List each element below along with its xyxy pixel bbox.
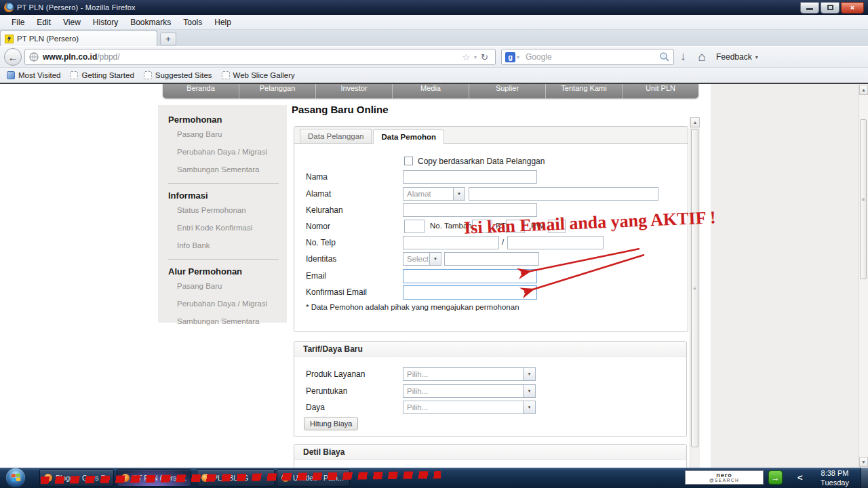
copy-checkbox[interactable] [404,157,413,165]
panel-scrollbar[interactable]: ▲ ≡ [690,117,700,468]
sidebar-item-status-permohonan[interactable]: Status Permohonan [177,206,287,214]
reload-icon[interactable]: ↻ [478,52,491,62]
telp-input-1[interactable] [403,236,499,249]
menu-bookmarks[interactable]: Bookmarks [124,16,177,28]
tray-chevron-icon[interactable]: < [797,472,803,483]
browser-scrollbar[interactable]: ▲ ≡ ▼ [859,84,868,468]
bookmark-suggested-sites[interactable]: Suggested Sites [141,70,218,81]
panel-scrollbar-thumb[interactable]: ≡ [691,129,698,447]
tab-data-pemohon[interactable]: Data Pemohon [373,129,444,144]
restore-icon [827,5,833,10]
window-titlebar[interactable]: PT PLN (Persero) - Mozilla Firefox × [0,0,868,15]
home-icon[interactable]: ⌂ [692,49,712,64]
chevron-down-icon: ▾ [523,368,535,380]
downloads-icon[interactable]: ↓ [674,50,692,64]
sidebar-item-perubahan-daya[interactable]: Perubahan Daya / Migrasi [177,148,287,156]
show-desktop-button[interactable] [861,468,868,488]
produk-layanan-select[interactable]: Pilih... ▾ [403,367,536,381]
sidebar-item-alur-sambungan[interactable]: Sambungan Sementara [177,317,287,325]
nav-suplier[interactable]: Suplier [469,84,545,98]
hitung-biaya-button[interactable]: Hitung Biaya [304,417,358,430]
menu-edit[interactable]: Edit [31,16,57,28]
minimize-button[interactable] [800,2,819,14]
sidebar-item-entri-kode[interactable]: Entri Kode Konfirmasi [177,224,287,232]
sidebar-item-alur-pasang-baru[interactable]: Pasang Baru [177,282,287,290]
form-note: * Data Pemohon adalah pihak yang mengaju… [306,303,519,311]
alamat-label: Alamat [306,189,331,199]
browser-tab-pln[interactable]: PT PLN (Persero) [0,30,157,46]
menu-file[interactable]: File [5,16,31,28]
nero-search-input[interactable]: nero @SEARCH [685,470,764,485]
url-path: /pbpd/ [97,52,119,62]
close-button[interactable]: × [841,2,864,14]
search-engine-caret-icon[interactable]: ▾ [515,54,521,60]
nomor-label: Nomor [306,222,330,231]
nav-tentang-kami[interactable]: Tentang Kami [545,84,622,98]
menu-history[interactable]: History [87,16,124,28]
sidebar-item-pasang-baru[interactable]: Pasang Baru [177,130,287,138]
start-button[interactable] [6,468,25,487]
copy-checkbox-label: Copy berdasarkan Data Pelanggan [418,157,545,166]
sidebar-item-alur-perubahan-daya[interactable]: Perubahan Daya / Migrasi [177,300,287,308]
google-icon: g [505,52,515,62]
back-button[interactable]: ← [4,48,22,66]
peruntukan-select[interactable]: Pilih... ▾ [403,384,536,398]
navigation-toolbar: ← www.pln.co.id/pbpd/ ☆ ▾ ↻ g ▾ Google ↓… [0,46,868,68]
url-bar[interactable]: www.pln.co.id/pbpd/ ☆ ▾ ↻ [24,49,496,65]
most-visited-icon [7,71,15,79]
nav-unit-pln[interactable]: Unit PLN [622,84,698,98]
konfirmasi-email-input[interactable] [403,285,537,300]
feedback-button[interactable]: Feedback ▾ [712,52,762,62]
bookmark-star-icon[interactable]: ☆ [459,52,473,62]
suggested-sites-icon [144,71,152,79]
page-background [711,84,859,468]
email-input[interactable] [403,269,537,283]
nama-input[interactable] [403,170,537,184]
nomor-input[interactable] [404,220,425,233]
chevron-down-icon: ▾ [453,188,465,200]
minimize-icon [806,8,813,10]
nero-go-button[interactable]: → [768,470,783,485]
telp-separator: / [502,238,504,246]
bookmark-most-visited[interactable]: Most Visited [4,70,66,81]
menu-view[interactable]: View [57,16,87,28]
window-controls: × [800,2,865,14]
identitas-input[interactable] [444,252,539,266]
tab-data-pelanggan[interactable]: Data Pelanggan [300,129,372,143]
telp-input-2[interactable] [507,236,604,249]
browser-scrollbar-thumb[interactable]: ≡ [860,119,867,279]
kelurahan-input[interactable] [403,203,537,217]
taskbar: Blogger Guys Z... PT PLN (Perse... PLN B… [0,468,868,488]
scroll-up-icon[interactable]: ▲ [690,117,700,127]
taskbar-clock[interactable]: 8:38 PM Tuesday [812,469,857,487]
form-tabstrip: Data Pelanggan Data Pemohon [294,127,688,144]
scroll-up-icon[interactable]: ▲ [859,85,868,95]
identitas-select[interactable]: Select ▾ [403,252,441,266]
magnifier-icon[interactable] [659,52,670,62]
daya-select[interactable]: Pilih... ▾ [403,401,536,414]
firefox-icon [4,3,14,12]
nav-media[interactable]: Media [392,84,469,98]
nav-investor[interactable]: Investor [315,84,392,98]
menu-help[interactable]: Help [208,16,237,28]
sidebar-item-sambungan-sementara[interactable]: Sambungan Sementara [177,165,287,174]
peruntukan-label: Peruntukan [306,386,347,396]
alamat-select[interactable]: Alamat ▾ [403,187,465,201]
sidebar: Permohonan Pasang Baru Perubahan Daya / … [158,105,287,323]
menu-tools[interactable]: Tools [177,16,208,28]
new-tab-button[interactable]: + [160,33,176,45]
bookmark-caret-icon[interactable]: ▾ [473,54,478,60]
chevron-down-icon: ▾ [523,401,535,413]
sidebar-item-info-bank[interactable]: Info Bank [177,241,287,249]
clock-day: Tuesday [812,479,857,487]
bookmark-web-slice-gallery[interactable]: Web Slice Gallery [219,70,300,81]
alamat-input[interactable] [469,187,658,201]
restore-button[interactable] [821,2,840,14]
produk-layanan-label: Produk Layanan [306,369,365,379]
nav-pelanggan[interactable]: Pelanggan [239,84,315,98]
search-box[interactable]: g ▾ Google [501,49,674,65]
scroll-down-icon[interactable]: ▼ [859,457,868,467]
nav-beranda[interactable]: Beranda [163,84,239,98]
bookmark-getting-started[interactable]: Getting Started [67,70,139,81]
windows-logo-icon [11,474,20,483]
